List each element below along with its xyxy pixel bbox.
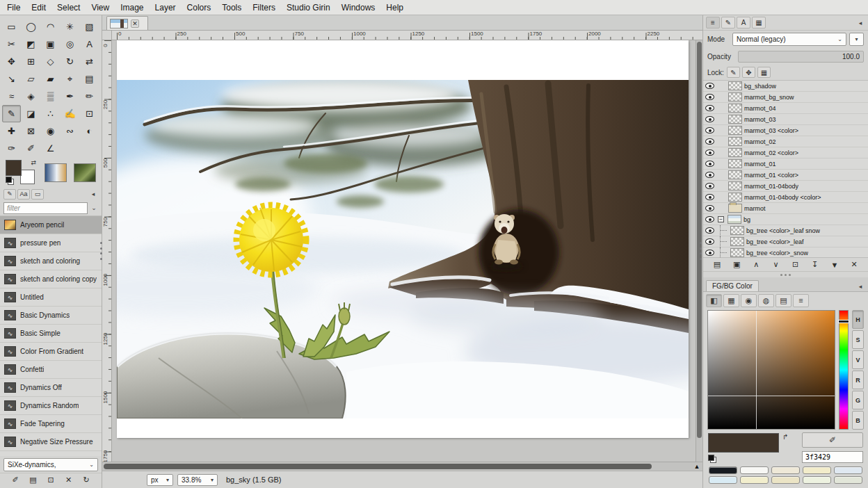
font-toggle-icon[interactable]: Aa [17,189,30,200]
horizontal-scrollbar[interactable] [102,462,691,471]
dynamics-item[interactable]: ∿Color From Gradient [0,343,102,361]
crop-tool[interactable]: ▣ [41,35,60,53]
visibility-eye-icon[interactable] [705,250,714,256]
visibility-eye-icon[interactable] [705,183,714,189]
blur-sharpen-tool[interactable]: ◉ [41,122,60,140]
duplicate-layer-button[interactable]: ⊡ [787,259,804,270]
lower-layer-button[interactable]: ∨ [767,259,784,270]
visibility-eye-icon[interactable] [705,138,714,145]
cage-transform-tool[interactable]: ▤ [80,70,99,88]
layer-mode-combobox[interactable]: Normal (legacy) ⌄ [732,33,846,46]
palette-swatch[interactable] [771,476,800,484]
delete-dynamics-button[interactable]: ✕ [61,474,77,486]
menu-windows[interactable]: Windows [336,1,381,14]
palette-swatch[interactable] [834,466,862,474]
opacity-slider[interactable]: 100.0 [738,51,864,63]
layer-row[interactable]: marmot_02 <color> [703,147,868,158]
move-tool[interactable]: ✥ [2,53,21,70]
visibility-eye-icon[interactable] [705,83,714,89]
new-layer-button[interactable]: ▤ [709,259,725,270]
brushes-tab-icon[interactable]: ✎ [721,17,735,29]
palette-swatch[interactable] [740,466,769,474]
handle-transform-tool[interactable]: ⌖ [61,70,79,88]
channel-h-button[interactable]: H [852,310,864,329]
collapse-dock-button[interactable]: ◂ [855,18,865,28]
palette-swatch[interactable] [803,476,831,484]
color-dock-tab[interactable]: FG/BG Color [706,280,759,291]
rotate-tool[interactable]: ↻ [61,53,79,70]
channel-s-button[interactable]: S [852,330,864,349]
visibility-eye-icon[interactable] [705,127,714,133]
dynamics-item[interactable]: ∿Dynamics Random [0,397,102,415]
menu-edit[interactable]: Edit [26,1,51,14]
palette-swatch[interactable] [771,466,800,474]
visibility-eye-icon[interactable] [705,116,714,122]
visibility-eye-icon[interactable] [705,94,714,100]
palette-swatch[interactable] [803,466,831,474]
collapse-toolbox-button[interactable]: ◂ [88,189,98,199]
perspective-tool[interactable]: ▰ [41,70,60,88]
color-picker-tool[interactable]: ✐ [22,140,40,157]
vertical-ruler[interactable]: 02505007501000125015001750 [102,40,112,462]
palette-swatch[interactable] [709,476,737,484]
close-tab-icon[interactable]: ✕ [131,19,139,28]
horizontal-ruler[interactable]: 0250500750100012501500175020002250 [112,31,702,40]
layer-row[interactable]: marmot_03 <color> [703,125,868,136]
unified-transform-tool[interactable]: ◇ [41,53,60,70]
layer-row[interactable]: marmot_01 <color> [703,170,868,181]
color-picker-button[interactable]: ✐ [802,432,863,448]
palette-swatch[interactable] [834,476,862,484]
layer-row[interactable]: marmot_02 [703,136,868,147]
default-colors-icon[interactable] [6,177,14,185]
visibility-eye-icon[interactable] [705,227,714,234]
menu-colors[interactable]: Colors [182,1,217,14]
hex-color-input[interactable] [802,451,863,463]
menu-filters[interactable]: Filters [247,1,281,14]
image-tab[interactable]: ✕ [106,16,148,30]
delete-layer-button[interactable]: ✕ [846,259,862,270]
heal-tool[interactable]: ✚ [2,122,21,140]
new-group-button[interactable]: ▣ [728,259,745,270]
layers-tab-icon[interactable]: ▦ [752,17,766,29]
menu-select[interactable]: Select [51,1,86,14]
menu-studio-girin[interactable]: Studio Girin [281,1,336,14]
dynamics-item[interactable]: ∿pressure pen [0,234,102,252]
visibility-eye-icon[interactable] [705,205,714,211]
menu-view[interactable]: View [86,1,115,14]
flip-tool[interactable]: ⇄ [80,53,99,70]
fonts-tab-icon[interactable]: A [737,17,750,29]
eraser-tool[interactable]: ◪ [22,105,40,122]
clone-tool[interactable]: ⊡ [80,105,99,122]
duplicate-dynamics-button[interactable]: ⊡ [42,474,59,486]
dynamics-item[interactable]: ∿Fade Tapering [0,415,102,433]
mode-options-button[interactable]: ▾ [849,33,864,46]
paths-tool[interactable]: ✑ [2,140,21,157]
select-by-color-tool[interactable]: ▧ [80,18,99,35]
gradient-tool[interactable]: ▒ [41,88,60,105]
paintbrush-tool[interactable]: ✎ [2,105,21,122]
dynamics-item[interactable]: ∿sketch and coloring [0,252,102,270]
refresh-dynamics-button[interactable]: ↻ [78,474,95,486]
lock-position-icon[interactable]: ✥ [742,67,755,78]
lock-pixels-icon[interactable]: ✎ [727,67,740,78]
channel-v-button[interactable]: V [852,350,864,369]
dynamics-filter-input[interactable] [3,202,88,214]
layer-row[interactable]: marmot_01-04body <color> [703,192,868,203]
layer-row[interactable]: marmot_03 [703,114,868,125]
channel-b-button[interactable]: B [852,411,864,430]
hue-marker[interactable] [839,320,849,323]
dynamics-item[interactable]: ∿Untitled [0,288,102,307]
zoom-tool[interactable]: ◎ [61,35,79,53]
foreground-select-tool[interactable]: ◩ [22,35,40,53]
preset-toggle-icon[interactable]: ▭ [31,189,44,200]
active-gradient-swatch[interactable] [45,163,67,182]
zoom-combobox[interactable]: 33.8% ▾ [177,474,218,486]
shear-tool[interactable]: ▱ [22,70,40,88]
warp-transform-tool[interactable]: ≈ [2,88,21,105]
edit-dynamics-button[interactable]: ✐ [7,474,24,486]
palette-selector-tab[interactable]: ▤ [775,294,791,307]
dynamics-item[interactable]: ∿sketch and coloring copy [0,270,102,288]
layer-group-expander[interactable]: − [718,216,724,222]
active-pattern-swatch[interactable] [74,163,96,182]
saturation-value-square[interactable] [707,310,835,430]
